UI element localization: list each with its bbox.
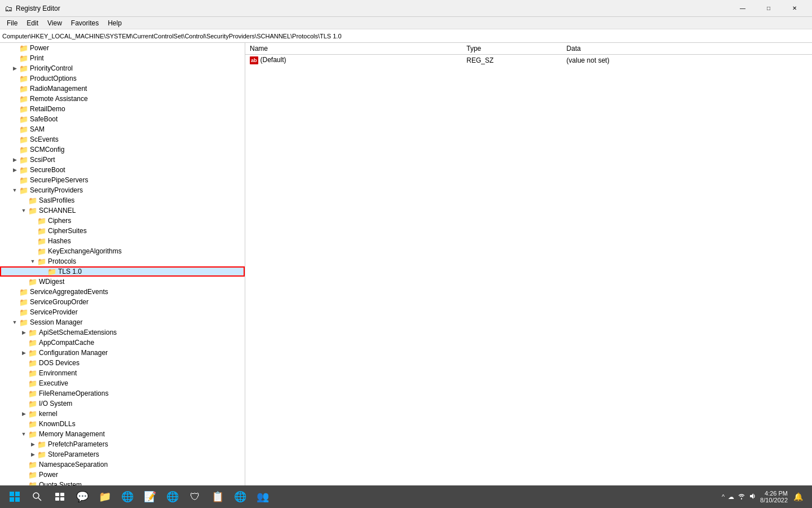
edge-button[interactable]: 🌐 [117, 487, 138, 507]
expander-hashes[interactable] [28, 237, 37, 246]
tree-item-power2[interactable]: 📁Power [0, 470, 245, 480]
expander-memorymanagement[interactable]: ▼ [19, 430, 28, 439]
expander-safeboot[interactable] [10, 115, 19, 124]
tree-item-safeboot[interactable]: 📁SafeBoot [0, 114, 245, 124]
start-button[interactable] [5, 487, 25, 507]
app1-button[interactable]: 🌐 [162, 487, 183, 507]
expander-sessionmanager[interactable]: ▼ [10, 318, 19, 327]
tree-item-dosdevices[interactable]: 📁DOS Devices [0, 358, 245, 368]
tree-item-storeparameters[interactable]: ▶📁StoreParameters [0, 449, 245, 459]
taskbar-clock[interactable]: 4:26 PM 8/10/2022 [760, 490, 788, 503]
tree-item-prefetchparameters[interactable]: ▶📁PrefetchParameters [0, 439, 245, 449]
tree-item-securityproviders[interactable]: ▼📁SecurityProviders [0, 185, 245, 195]
expander-scsiport[interactable]: ▶ [10, 155, 19, 164]
tree-item-scevents[interactable]: 📁ScEvents [0, 134, 245, 144]
tree-item-schannel[interactable]: ▼📁SCHANNEL [0, 205, 245, 216]
minimize-button[interactable]: — [730, 0, 756, 17]
expander-prioritycontrol[interactable]: ▶ [10, 64, 19, 73]
menu-item-edit[interactable]: Edit [22, 18, 43, 28]
tree-item-remoteassistance[interactable]: 📁Remote Assistance [0, 94, 245, 104]
tray-chevron[interactable]: ^ [722, 493, 725, 500]
menu-item-view[interactable]: View [43, 18, 67, 28]
expander-saslprofiles[interactable] [19, 196, 28, 205]
expander-iosystem[interactable] [19, 399, 28, 408]
expander-securepipeservers[interactable] [10, 176, 19, 185]
expander-dosdevices[interactable] [19, 358, 28, 367]
expander-sam[interactable] [10, 125, 19, 134]
chat-button[interactable]: 💬 [72, 487, 92, 507]
taskview-button[interactable] [50, 487, 70, 507]
expander-tls10[interactable] [38, 267, 47, 276]
tree-item-wdigest[interactable]: 📁WDigest [0, 277, 245, 287]
expander-kernel[interactable]: ▶ [19, 409, 28, 418]
tree-item-securepipeservers[interactable]: 📁SecurePipeServers [0, 175, 245, 185]
tree-item-scsiport[interactable]: ▶📁ScsiPort [0, 155, 245, 165]
expander-power1[interactable] [10, 43, 19, 52]
tree-item-filenameoperations[interactable]: 📁FileRenameOperations [0, 388, 245, 398]
explorer-button[interactable]: 📁 [95, 487, 115, 507]
expander-filenameoperations[interactable] [19, 389, 28, 398]
notification-icon[interactable]: 🔔 [793, 492, 803, 501]
tree-item-knowndlls[interactable]: 📁KnownDLLs [0, 419, 245, 429]
app2-button[interactable]: 🛡 [185, 487, 205, 507]
maximize-button[interactable]: □ [756, 0, 782, 17]
expander-environment[interactable] [19, 369, 28, 378]
tree-item-keyexchangealgorithms[interactable]: 📁KeyExchangeAlgorithms [0, 246, 245, 256]
tree-item-serviceprovider[interactable]: 📁ServiceProvider [0, 307, 245, 317]
tree-item-power1[interactable]: 📁Power [0, 43, 245, 53]
tree-item-ciphers[interactable]: 📁Ciphers [0, 216, 245, 226]
tree-item-namespaceseparation[interactable]: 📁NamespaceSeparation [0, 459, 245, 470]
tree-item-saslprofiles[interactable]: 📁SaslProfiles [0, 195, 245, 205]
tree-item-servicegrouporder[interactable]: 📁ServiceGroupOrder [0, 297, 245, 307]
word-button[interactable]: 📝 [140, 487, 160, 507]
expander-radiomanagement[interactable] [10, 84, 19, 93]
expander-serviceprovider[interactable] [10, 308, 19, 317]
tree-item-sam[interactable]: 📁SAM [0, 124, 245, 134]
tree-item-ciphersuites[interactable]: 📁CipherSuites [0, 226, 245, 236]
tree-item-configurationmanager[interactable]: ▶📁Configuration Manager [0, 348, 245, 358]
expander-print[interactable] [10, 54, 19, 63]
expander-quotasystem[interactable] [19, 480, 28, 485]
tree-item-print[interactable]: 📁Print [0, 53, 245, 63]
tree-item-memorymanagement[interactable]: ▼📁Memory Management [0, 429, 245, 439]
tree-item-kernel[interactable]: ▶📁kernel [0, 409, 245, 419]
expander-power2[interactable] [19, 470, 28, 479]
expander-keyexchangealgorithms[interactable] [28, 247, 37, 256]
expander-ciphers[interactable] [28, 216, 37, 225]
expander-servicegrouporder[interactable] [10, 297, 19, 306]
expander-secureboot[interactable]: ▶ [10, 165, 19, 174]
expander-wdigest[interactable] [19, 277, 28, 286]
tree-item-appcompatcache[interactable]: 📁AppCompatCache [0, 338, 245, 348]
tree-item-iosystem[interactable]: 📁I/O System [0, 398, 245, 409]
expander-scmconfig[interactable] [10, 145, 19, 154]
app3-button[interactable]: 📋 [208, 487, 228, 507]
expander-appcompatcache[interactable] [19, 338, 28, 347]
expander-protocols[interactable]: ▼ [28, 257, 37, 266]
expander-namespaceseparation[interactable] [19, 460, 28, 469]
expander-remoteassistance[interactable] [10, 94, 19, 103]
app5-button[interactable]: 👥 [253, 487, 273, 507]
expander-securityproviders[interactable]: ▼ [10, 186, 19, 195]
tree-item-scmconfig[interactable]: 📁SCMConfig [0, 144, 245, 155]
app4-button[interactable]: 🌐 [230, 487, 250, 507]
tree-item-productoptions[interactable]: 📁ProductOptions [0, 73, 245, 84]
tree-item-radiomanagement[interactable]: 📁RadioManagement [0, 84, 245, 94]
menu-item-help[interactable]: Help [103, 18, 126, 28]
expander-serviceaggregatedevents[interactable] [10, 287, 19, 296]
tree-item-apisetschemaextensions[interactable]: ▶📁ApiSetSchemaExtensions [0, 327, 245, 338]
tree-item-retaildemo[interactable]: 📁RetailDemo [0, 104, 245, 114]
expander-configurationmanager[interactable]: ▶ [19, 348, 28, 357]
expander-productoptions[interactable] [10, 74, 19, 83]
tree-item-environment[interactable]: 📁Environment [0, 368, 245, 378]
expander-executive[interactable] [19, 379, 28, 388]
search-button[interactable] [27, 487, 47, 507]
tree-item-tls10[interactable]: 📁TLS 1.0 [0, 266, 245, 277]
expander-prefetchparameters[interactable]: ▶ [28, 440, 37, 449]
tree-item-hashes[interactable]: 📁Hashes [0, 236, 245, 246]
menu-item-file[interactable]: File [2, 18, 22, 28]
tree-item-secureboot[interactable]: ▶📁SecureBoot [0, 165, 245, 175]
expander-knowndlls[interactable] [19, 419, 28, 428]
expander-scevents[interactable] [10, 135, 19, 144]
tree-item-quotasystem[interactable]: 📁Quota System [0, 480, 245, 485]
tree-item-serviceaggregatedevents[interactable]: 📁ServiceAggregatedEvents [0, 287, 245, 297]
